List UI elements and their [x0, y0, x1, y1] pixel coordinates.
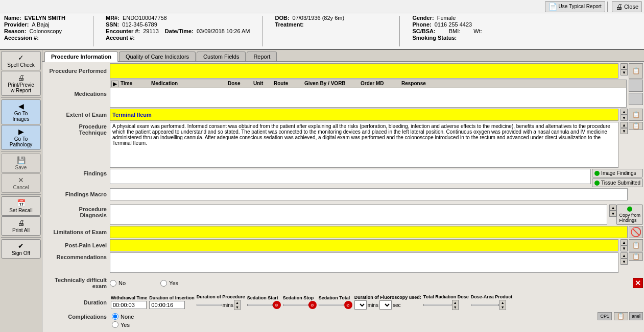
recommendations-action-btn[interactable]: 📋 [629, 252, 643, 261]
dose-area-col: Dose-Area Product ▲▼ [471, 294, 513, 310]
procedure-performed-input[interactable] [110, 63, 618, 79]
sidebar-set-recall[interactable]: 📅 Set Recall [1, 196, 41, 216]
withdrawal-time-input[interactable]: 00:00:03 [111, 301, 147, 309]
tab-custom-fields[interactable]: Custom Fields [197, 52, 246, 61]
sidebar-go-to-pathology[interactable]: ▶ Go ToPathology [1, 125, 41, 150]
technique-scroll-down[interactable]: ▼ [621, 128, 628, 134]
comp-btn-cp1[interactable]: CP1 [598, 312, 612, 320]
radiation-dose-input[interactable] [423, 304, 451, 306]
none-radio-row: None [112, 313, 594, 320]
technically-x-btn[interactable]: ✕ [633, 278, 643, 288]
technically-no-radio[interactable] [110, 280, 116, 287]
proc-diag-scroll-up[interactable]: ▲ [609, 205, 616, 211]
medications-label: Medications [43, 80, 110, 108]
technique-scroll-up[interactable]: ▲ [621, 122, 628, 128]
proc-diag-scroll-down[interactable]: ▼ [609, 211, 616, 217]
tab-custom-fields-label: Custom Fields [203, 54, 239, 60]
findings-section: Findings Image Findings Tissue Submitted [43, 169, 643, 200]
medications-data [110, 88, 626, 106]
copy-from-findings-btn[interactable]: Copy fromFindings [616, 205, 643, 225]
scroll-up-btn[interactable]: ▲ [621, 63, 628, 69]
use-typical-report-label: Use Typical Report [559, 4, 602, 9]
sidebar-spell-check[interactable]: ✓ Spell Check [1, 51, 41, 70]
yes-comp-radio[interactable] [112, 321, 118, 328]
sidebar-print-preview[interactable]: 🖨 Print/Preview Report [1, 71, 41, 96]
med-col-unit: Unit [251, 81, 272, 87]
post-pain-label: Post-Pain Level [43, 239, 110, 251]
limitations-input[interactable] [110, 226, 628, 238]
scroll-down-btn[interactable]: ▼ [621, 69, 628, 75]
proc-diag-input[interactable] [110, 205, 607, 225]
sedation-total-col: Sedation Total ⊘ [319, 295, 352, 309]
extent-input[interactable]: Terminal Ileum [110, 109, 618, 121]
tab-procedure-information[interactable]: Procedure Information [44, 52, 118, 62]
duration-procedure-spin[interactable]: ▲▼ [234, 300, 241, 310]
findings-macro-input[interactable] [110, 188, 628, 200]
sedation-start-stop-btn[interactable]: ⊘ [273, 301, 281, 309]
dob-group: DOB: 07/03/1936 (82y 6m) Treatment: [275, 15, 387, 28]
sedation-total-stop-btn[interactable]: ⊘ [344, 301, 352, 309]
extent-scroll-down[interactable]: ▼ [621, 115, 628, 121]
none-radio[interactable] [112, 313, 118, 320]
reason-label: Reason: [4, 28, 26, 34]
dose-area-input[interactable] [471, 304, 499, 306]
technically-row: Technically difficultexam No Yes ✕ [43, 274, 643, 292]
duration-procedure-input[interactable] [197, 304, 222, 306]
med-expand-btn[interactable]: ▶ [111, 81, 118, 87]
findings-input[interactable] [110, 169, 591, 184]
cancel-label: Cancel [13, 185, 29, 190]
sedation-stop-stop-btn[interactable]: ⊘ [308, 301, 317, 309]
post-pain-scroll-down[interactable]: ▼ [621, 245, 628, 251]
radiation-dose-spin[interactable]: ▲▼ [452, 300, 459, 310]
sedation-total-input[interactable] [319, 304, 344, 306]
post-pain-input[interactable] [110, 239, 618, 251]
sedation-stop-input[interactable] [283, 304, 308, 306]
procedure-performed-action-btn[interactable]: 📋 [629, 63, 643, 79]
technique-scroll: ▲ ▼ [619, 122, 628, 134]
tab-report[interactable]: Report [247, 52, 277, 61]
sedation-start-input[interactable] [247, 304, 273, 306]
tissue-submitted-btn[interactable]: Tissue Submitted [592, 178, 643, 187]
dose-area-spin[interactable]: ▲▼ [499, 300, 506, 310]
sidebar-save[interactable]: 💾 Save [1, 154, 41, 173]
close-button[interactable]: 🖨 Close [612, 1, 642, 12]
extent-scroll: ▲ ▼ [619, 109, 628, 121]
recommendations-scroll-down[interactable]: ▼ [621, 259, 628, 265]
print-preview-label: Print/Preview Report [8, 82, 34, 93]
extent-scroll-up[interactable]: ▲ [621, 109, 628, 115]
sidebar-divider-4 [1, 237, 41, 238]
technique-action-btn[interactable]: 📋 [629, 122, 643, 130]
sidebar-cancel[interactable]: ✕ Cancel [1, 173, 41, 193]
procedure-technique-input[interactable]: A physical exam was performed. Informed … [110, 122, 618, 168]
copy-from-findings-dot [627, 207, 632, 212]
limitations-action-btn[interactable]: 🚫 [629, 226, 643, 238]
recommendations-input[interactable] [110, 252, 618, 273]
comp-action-btn[interactable]: 📋 [614, 312, 628, 320]
tab-quality-of-care-label: Quality of Care Indicators [126, 54, 189, 60]
fluoroscopy-sec: sec [393, 302, 401, 308]
post-pain-scroll-up[interactable]: ▲ [621, 239, 628, 245]
recommendations-scroll-up[interactable]: ▲ [621, 252, 628, 259]
complications-label: Complications [43, 312, 110, 321]
tab-quality-of-care[interactable]: Quality of Care Indicators [119, 52, 196, 61]
encounter-group: MR#: ENDO100047758 SSN: 012-345-6789 Enc… [106, 15, 250, 41]
image-findings-btn[interactable]: Image Findings [592, 169, 643, 177]
gender-row: Gender: Female [412, 15, 524, 21]
smoking-row: Smoking Status: [412, 35, 524, 41]
sidebar-go-to-images[interactable]: ◀ Go ToImages [1, 99, 41, 124]
med-action-btn-1[interactable] [629, 80, 643, 92]
use-typical-report-button[interactable]: 📄 Use Typical Report [545, 1, 605, 12]
duration-insertion-input[interactable]: 00:00:16 [149, 301, 185, 309]
post-pain-action-btn[interactable]: 📋 [629, 239, 643, 251]
fluoroscopy-select[interactable] [354, 300, 367, 310]
comp-btn-anel[interactable]: anel [629, 312, 643, 320]
fluoroscopy-label: Duration of Fluoroscopy used: [354, 295, 421, 300]
sidebar-print-all[interactable]: 🖨 Print All [1, 216, 41, 236]
technically-yes-radio[interactable] [160, 280, 167, 287]
sidebar-sign-off[interactable]: ✔ Sign Off [1, 239, 41, 259]
med-action-btn-2[interactable] [629, 93, 643, 105]
save-label: Save [15, 165, 27, 170]
fluoroscopy-secs-select[interactable] [379, 300, 392, 310]
med-col-ordermd: Order MD [359, 81, 399, 87]
extent-action-btn[interactable]: 📋 [629, 109, 643, 121]
